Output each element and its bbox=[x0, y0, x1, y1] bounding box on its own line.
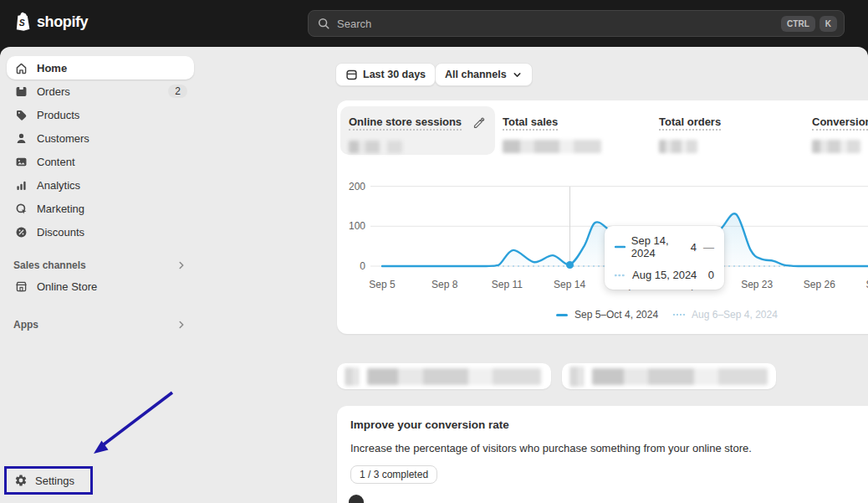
x-tick-label: Sep 23 bbox=[741, 279, 773, 290]
sidebar-item-discounts[interactable]: Discounts bbox=[7, 220, 194, 244]
page-canvas: Home Orders 2 Products Customers bbox=[0, 47, 868, 503]
settings-label: Settings bbox=[35, 475, 74, 487]
orders-count-badge: 2 bbox=[168, 85, 187, 98]
chevron-right-icon bbox=[176, 259, 187, 271]
tooltip-row-current: Sep 14, 2024 4 — bbox=[615, 234, 714, 259]
person-icon bbox=[13, 131, 28, 146]
channel-label: All channels bbox=[445, 69, 507, 80]
redacted-icon bbox=[345, 367, 359, 386]
main-content: Last 30 days All channels Online store s… bbox=[201, 47, 868, 503]
sidebar-item-label: Online Store bbox=[37, 280, 97, 293]
date-range-button[interactable]: Last 30 days bbox=[335, 63, 436, 86]
sidebar-item-content[interactable]: Content bbox=[7, 150, 194, 173]
dotted-line-marker bbox=[615, 274, 626, 277]
section-label: Apps bbox=[13, 319, 38, 331]
improve-conversion-card: Improve your conversion rate Increase th… bbox=[337, 406, 868, 503]
chevron-right-icon bbox=[176, 319, 187, 331]
tooltip-row-previous: Aug 15, 2024 0 bbox=[615, 269, 714, 281]
redacted-text bbox=[592, 368, 768, 385]
sidebar-section-apps[interactable]: Apps bbox=[0, 316, 201, 334]
tooltip-date: Aug 15, 2024 bbox=[632, 269, 697, 281]
metric-label: Online store sessions bbox=[349, 115, 462, 131]
gear-icon bbox=[14, 474, 28, 487]
shopify-bag-icon: S bbox=[13, 12, 31, 32]
redacted-text bbox=[367, 368, 541, 385]
x-tick-label: Sep 11 bbox=[492, 279, 523, 290]
card-title: Improve your conversion rate bbox=[350, 418, 868, 431]
chart-legend: Sep 5–Oct 4, 2024 Aug 6–Sep 4, 2024 bbox=[556, 309, 778, 321]
chart-tooltip: Sep 14, 2024 4 — Aug 15, 2024 0 bbox=[605, 226, 724, 290]
card-description: Increase the percentage of visitors who … bbox=[350, 442, 868, 454]
task-step-indicator bbox=[349, 495, 364, 503]
solid-line-marker bbox=[556, 314, 568, 316]
metric-online-store-sessions[interactable]: Online store sessions bbox=[340, 106, 495, 155]
y-tick-label: 100 bbox=[337, 220, 365, 232]
section-label: Sales channels bbox=[13, 259, 86, 271]
search-placeholder: Search bbox=[337, 18, 777, 30]
topbar: S shopify Search CTRL K bbox=[0, 0, 868, 47]
target-icon bbox=[13, 201, 28, 216]
sidebar-item-orders[interactable]: Orders 2 bbox=[7, 80, 194, 103]
storefront-icon bbox=[13, 279, 28, 294]
x-tick-label: Sep 5 bbox=[369, 279, 395, 290]
x-tick-label: Sep 8 bbox=[431, 279, 457, 290]
redacted-metric-value bbox=[503, 140, 601, 153]
legend-current-period: Sep 5–Oct 4, 2024 bbox=[556, 309, 658, 321]
tooltip-change: — bbox=[703, 241, 714, 254]
sidebar-item-settings[interactable]: Settings bbox=[4, 466, 93, 495]
sidebar-item-home[interactable]: Home bbox=[7, 56, 194, 80]
sidebar-item-analytics[interactable]: Analytics bbox=[7, 173, 194, 197]
sidebar-item-marketing[interactable]: Marketing bbox=[7, 197, 194, 220]
search-icon bbox=[317, 17, 330, 30]
sidebar-item-label: Products bbox=[37, 109, 79, 121]
svg-text:S: S bbox=[19, 18, 25, 28]
metric-label: Total orders bbox=[659, 115, 721, 131]
shopify-logo[interactable]: S shopify bbox=[13, 12, 88, 32]
sidebar-item-label: Home bbox=[37, 62, 67, 74]
image-icon bbox=[13, 154, 28, 169]
sidebar-item-online-store[interactable]: Online Store bbox=[7, 275, 194, 298]
legend-previous-period: Aug 6–Sep 4, 2024 bbox=[673, 309, 778, 321]
sidebar-section-sales-channels[interactable]: Sales channels bbox=[0, 256, 201, 275]
sidebar-item-label: Customers bbox=[37, 132, 89, 145]
legend-label: Sep 5–Oct 4, 2024 bbox=[574, 309, 658, 321]
y-tick-label: 200 bbox=[337, 181, 365, 192]
sidebar: Home Orders 2 Products Customers bbox=[0, 47, 201, 503]
discount-icon bbox=[13, 224, 28, 239]
metric-total-sales[interactable]: Total sales bbox=[503, 114, 601, 153]
redacted-metric-value bbox=[659, 140, 697, 153]
metric-label: Total sales bbox=[503, 115, 558, 131]
x-tick-label: Sep 14 bbox=[554, 279, 585, 290]
date-range-label: Last 30 days bbox=[363, 69, 426, 80]
metric-total-orders[interactable]: Total orders bbox=[659, 114, 721, 153]
redacted-icon bbox=[570, 367, 584, 387]
edit-pencil-icon[interactable] bbox=[472, 116, 485, 129]
x-tick-label: Sep 26 bbox=[804, 279, 835, 290]
kbd-k: K bbox=[819, 16, 837, 32]
selected-point-dot[interactable] bbox=[566, 261, 574, 269]
home-icon bbox=[13, 60, 28, 75]
search-input[interactable]: Search CTRL K bbox=[308, 10, 845, 37]
analytics-overview-card: Online store sessions Total sales Total … bbox=[337, 100, 868, 334]
sidebar-item-products[interactable]: Products bbox=[7, 103, 194, 126]
sidebar-item-label: Analytics bbox=[37, 179, 80, 192]
metric-conversion-rate[interactable]: Conversion rate bbox=[812, 114, 868, 153]
redacted-info-card[interactable] bbox=[337, 363, 551, 389]
calendar-icon bbox=[345, 69, 358, 81]
sidebar-item-label: Discounts bbox=[37, 226, 84, 239]
chart-crosshair bbox=[569, 187, 570, 266]
kbd-ctrl: CTRL bbox=[781, 16, 815, 32]
tag-icon bbox=[13, 107, 28, 122]
progress-badge: 1 / 3 completed bbox=[350, 465, 437, 484]
redacted-info-card[interactable] bbox=[562, 363, 776, 389]
bar-chart-icon bbox=[13, 177, 28, 192]
sidebar-item-label: Content bbox=[37, 156, 75, 168]
channel-filter-button[interactable]: All channels bbox=[435, 63, 533, 86]
redacted-metric-value bbox=[349, 141, 402, 153]
dotted-line-marker bbox=[673, 314, 685, 316]
tooltip-value: 0 bbox=[708, 269, 714, 281]
chevron-down-icon bbox=[512, 69, 523, 80]
sidebar-item-customers[interactable]: Customers bbox=[7, 126, 194, 150]
tooltip-value: 4 bbox=[691, 241, 697, 254]
tooltip-date: Sep 14, 2024 bbox=[631, 234, 691, 259]
